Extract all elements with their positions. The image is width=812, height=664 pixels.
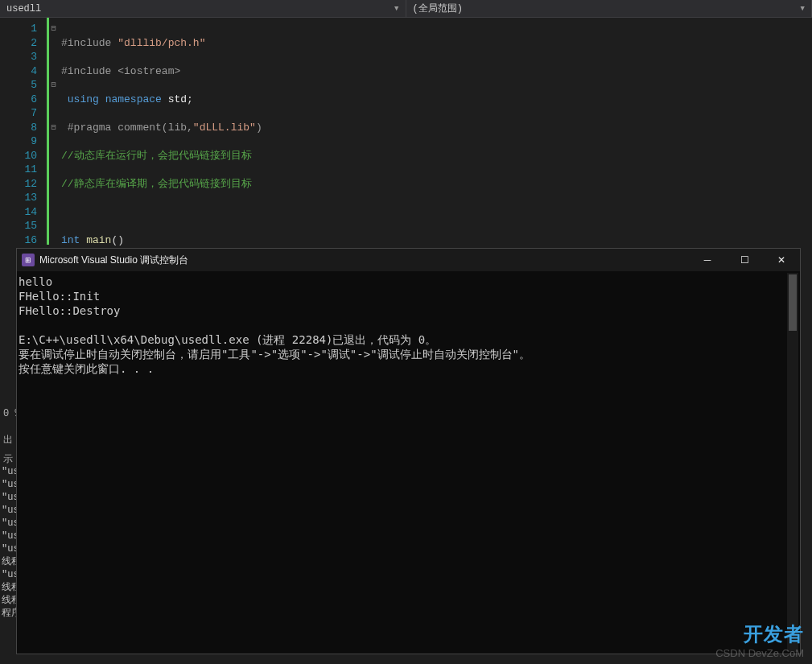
code-editor[interactable]: 1234 5678 9101112 13141516 ⊟ ⊟⊟ #include… <box>0 18 812 245</box>
output-panel-label[interactable]: 出 <box>0 431 16 448</box>
close-button[interactable]: ✕ <box>763 249 800 271</box>
chevron-down-icon: ▼ <box>801 5 805 13</box>
file-scope-label: usedll <box>6 3 41 14</box>
console-output[interactable]: hello FHello::Init FHello::Destroy E:\C+… <box>17 271 800 379</box>
chevron-down-icon: ▼ <box>394 5 398 13</box>
line-number-gutter: 1234 5678 9101112 13141516 <box>0 18 47 245</box>
fold-gutter[interactable]: ⊟ ⊟⊟ <box>47 18 58 245</box>
symbol-scope-label: (全局范围) <box>413 2 463 15</box>
symbol-scope-dropdown[interactable]: (全局范围) ▼ <box>406 0 813 17</box>
console-titlebar[interactable]: ⊞ Microsoft Visual Studio 调试控制台 ─ ☐ ✕ <box>17 249 800 271</box>
console-scrollbar[interactable] <box>787 273 798 652</box>
file-scope-dropdown[interactable]: usedll ▼ <box>0 0 406 17</box>
context-bar: usedll ▼ (全局范围) ▼ <box>0 0 812 18</box>
watermark: 开发者 CSDN DevZe.CoM <box>715 621 804 659</box>
scrollbar-thumb[interactable] <box>789 274 797 331</box>
code-content[interactable]: #include "dlllib/pch.h" #include <iostre… <box>58 18 812 245</box>
maximize-button[interactable]: ☐ <box>726 249 763 271</box>
minimize-button[interactable]: ─ <box>689 249 726 271</box>
vs-icon: ⊞ <box>22 254 35 266</box>
console-title-text: Microsoft Visual Studio 调试控制台 <box>39 254 188 267</box>
debug-console-window: ⊞ Microsoft Visual Studio 调试控制台 ─ ☐ ✕ he… <box>16 248 801 654</box>
